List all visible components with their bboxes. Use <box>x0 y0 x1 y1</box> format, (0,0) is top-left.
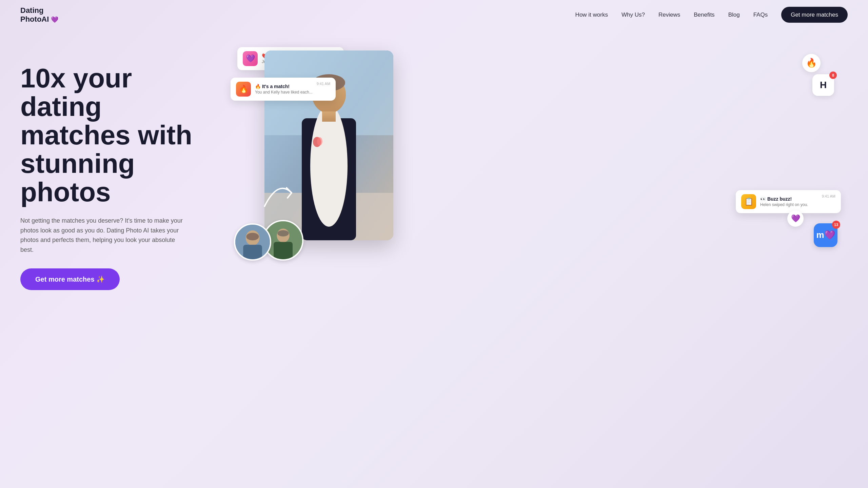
buzz-icon: 📋 <box>744 197 753 206</box>
nav-item-why-us[interactable]: Why Us? <box>622 12 645 18</box>
svg-rect-16 <box>274 242 293 260</box>
circle-photo-1 <box>234 223 271 261</box>
heart-icon-float: 💜 <box>791 214 800 223</box>
notif-icon-yellow: 📋 <box>741 194 756 209</box>
hinge-badge: 8 <box>829 72 837 79</box>
notif-content-3: 👀 Buzz buzz! Helen swiped right on you. <box>760 196 818 207</box>
notification-buzz: 📋 👀 Buzz buzz! Helen swiped right on you… <box>736 190 841 213</box>
notif-title-2: 🔥 It's a match! <box>255 84 313 89</box>
svg-point-12 <box>246 233 259 240</box>
logo-icon: 💜 <box>51 16 58 23</box>
arrow-decoration <box>258 172 298 213</box>
hinge-letter: H <box>820 80 827 90</box>
hero-cta-button[interactable]: Get more matches ✨ <box>20 268 120 290</box>
hero-content: 10x your dating matches with stunning ph… <box>20 44 217 290</box>
heart-float-icon: 💜 <box>787 210 804 227</box>
svg-rect-13 <box>243 245 262 261</box>
notif-icon-orange: 🔥 <box>236 82 251 97</box>
nav-item-faqs[interactable]: FAQs <box>753 12 768 18</box>
hinge-icon-container: H 8 <box>812 74 834 96</box>
notif-title-3: 👀 Buzz buzz! <box>760 196 818 202</box>
notif-time-2: 9:41 AM <box>317 82 330 86</box>
bumble-icon-container: m💜 13 <box>814 223 837 247</box>
circle-photos-group <box>234 220 303 261</box>
notif-icon-pink: 💜 <box>243 51 258 66</box>
bumble-letter: m💜 <box>816 230 835 240</box>
notif-sub-3: Helen swiped right on you. <box>760 202 818 207</box>
nav-cta-item[interactable]: Get more matches <box>781 12 848 18</box>
hero-section: 10x your dating matches with stunning ph… <box>0 30 868 488</box>
nav-item-benefits[interactable]: Benefits <box>694 12 714 18</box>
notif-time-3: 9:41 AM <box>822 194 835 198</box>
fire-notif-icon: 🔥 <box>239 85 248 94</box>
nav-links: How it works Why Us? Reviews Benefits Bl… <box>575 12 848 18</box>
logo[interactable]: Dating PhotoAI 💜 <box>20 6 58 24</box>
navbar: Dating PhotoAI 💜 How it works Why Us? Re… <box>0 0 868 30</box>
notification-match: 🔥 🔥 It's a match! You and Kelly have lik… <box>231 78 336 101</box>
fire-float-icon: 🔥 <box>802 54 821 72</box>
nav-item-reviews[interactable]: Reviews <box>658 12 680 18</box>
logo-line1: Dating <box>20 6 58 15</box>
nav-item-blog[interactable]: Blog <box>728 12 740 18</box>
hero-subtitle: Not getting the matches you deserve? It'… <box>20 216 190 255</box>
logo-line2: PhotoAI 💜 <box>20 15 58 24</box>
bumble-badge: 13 <box>832 221 840 229</box>
nav-item-how-it-works[interactable]: How it works <box>575 12 608 18</box>
svg-point-4 <box>310 105 348 227</box>
notif-content-2: 🔥 It's a match! You and Kelly have liked… <box>255 84 313 95</box>
notif-sub-2: You and Kelly have liked each... <box>255 90 313 95</box>
hero-visual: 💜 ❤️ New connection! Julia liked you bac… <box>231 44 848 281</box>
svg-rect-7 <box>322 111 336 122</box>
nav-cta-button[interactable]: Get more matches <box>781 7 848 23</box>
svg-point-9 <box>317 137 322 145</box>
heart-icon: 💜 <box>246 54 255 63</box>
hero-title: 10x your dating matches with stunning ph… <box>20 64 217 206</box>
svg-point-17 <box>277 230 289 237</box>
